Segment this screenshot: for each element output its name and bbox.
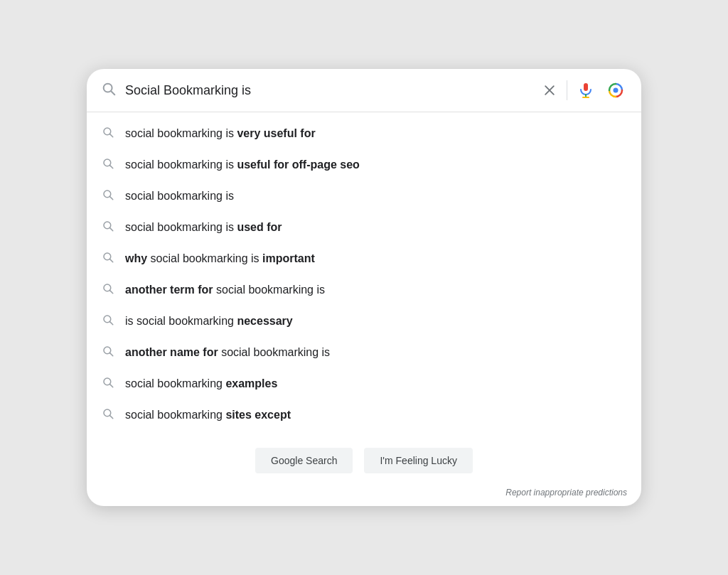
suggestion-search-icon	[101, 282, 115, 298]
suggestion-search-icon	[101, 157, 115, 173]
voice-search-button[interactable]	[574, 79, 597, 102]
suggestion-search-icon	[101, 407, 115, 423]
suggestion-search-icon	[101, 126, 115, 141]
svg-line-26	[110, 385, 113, 387]
svg-line-20	[110, 291, 113, 294]
suggestion-search-icon	[101, 376, 115, 392]
google-lens-button[interactable]	[604, 79, 627, 102]
svg-line-10	[110, 134, 113, 137]
list-item[interactable]: another term for social bookmarking is	[87, 274, 641, 306]
suggestion-text: social bookmarking is	[125, 190, 234, 203]
suggestion-text: is social bookmarking necessary	[125, 315, 293, 328]
suggestion-search-icon	[101, 313, 115, 329]
suggestion-text: social bookmarking sites except	[125, 409, 291, 421]
svg-point-8	[614, 88, 619, 93]
suggestion-search-icon	[101, 188, 115, 204]
suggestion-text: another name for social bookmarking is	[125, 346, 330, 359]
suggestion-text: social bookmarking is very useful for	[125, 127, 316, 140]
list-item[interactable]: social bookmarking examples	[87, 368, 641, 399]
clear-button[interactable]	[540, 80, 560, 100]
suggestion-text: social bookmarking is useful for off-pag…	[125, 158, 360, 171]
vertical-divider	[567, 80, 567, 100]
svg-line-12	[110, 166, 113, 168]
google-search-button[interactable]: Google Search	[255, 448, 353, 473]
svg-rect-4	[584, 83, 588, 91]
search-bar	[87, 69, 641, 112]
svg-line-14	[110, 197, 113, 200]
svg-line-22	[110, 322, 113, 325]
list-item[interactable]: social bookmarking is used for	[87, 212, 641, 243]
list-item[interactable]: another name for social bookmarking is	[87, 337, 641, 368]
list-item[interactable]: social bookmarking is	[87, 181, 641, 212]
suggestions-list: social bookmarking is very useful for so…	[87, 112, 641, 436]
suggestion-text: social bookmarking is used for	[125, 221, 282, 234]
footer-buttons: Google Search I'm Feeling Lucky	[87, 436, 641, 488]
suggestion-search-icon	[101, 220, 115, 235]
svg-line-16	[110, 228, 113, 231]
search-actions	[540, 79, 627, 102]
svg-line-18	[110, 259, 113, 262]
suggestion-text: why social bookmarking is important	[125, 252, 315, 265]
list-item[interactable]: social bookmarking sites except	[87, 399, 641, 431]
report-text: Report inappropriate predictions	[87, 488, 641, 506]
suggestion-search-icon	[101, 251, 115, 267]
svg-line-28	[110, 416, 113, 419]
feeling-lucky-button[interactable]: I'm Feeling Lucky	[364, 448, 473, 473]
list-item[interactable]: is social bookmarking necessary	[87, 306, 641, 337]
svg-line-1	[111, 91, 114, 95]
list-item[interactable]: social bookmarking is very useful for	[87, 118, 641, 149]
search-icon	[101, 81, 117, 100]
suggestion-text: social bookmarking examples	[125, 377, 277, 390]
list-item[interactable]: why social bookmarking is important	[87, 243, 641, 274]
search-card: social bookmarking is very useful for so…	[87, 69, 641, 506]
search-input[interactable]	[125, 83, 531, 98]
svg-line-24	[110, 353, 113, 356]
list-item[interactable]: social bookmarking is useful for off-pag…	[87, 149, 641, 181]
suggestion-search-icon	[101, 345, 115, 360]
suggestion-text: another term for social bookmarking is	[125, 284, 325, 296]
